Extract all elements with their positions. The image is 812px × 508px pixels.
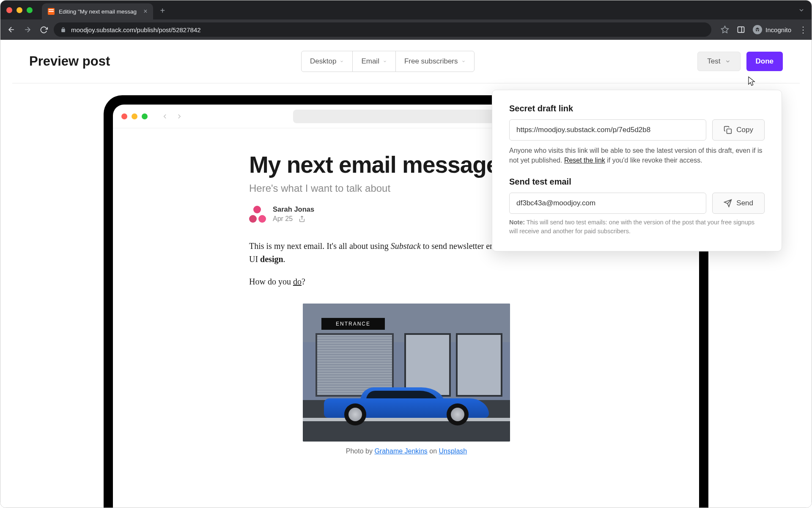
done-button-label: Done xyxy=(756,57,774,66)
url-text: moodjoy.substack.com/publish/post/528278… xyxy=(71,26,201,33)
bookmark-star-icon[interactable] xyxy=(721,25,729,34)
test-email-input[interactable] xyxy=(509,193,706,214)
article-paragraph-2: How do you do? xyxy=(249,275,564,288)
page-content: Preview post Desktop Email Free subscrib… xyxy=(0,40,812,508)
image-caption: Photo by Grahame Jenkins on Unsplash xyxy=(249,447,564,455)
popover-heading-2: Send test email xyxy=(509,177,765,187)
share-icon[interactable] xyxy=(299,215,305,222)
safari-close-dot xyxy=(121,113,127,119)
chevron-down-icon xyxy=(383,59,387,64)
seg-free-subscribers[interactable]: Free subscribers xyxy=(396,51,474,72)
safari-forward-icon xyxy=(176,113,183,120)
author-name: Sarah Jonas xyxy=(273,205,314,213)
mouse-cursor-icon xyxy=(748,76,756,87)
done-button[interactable]: Done xyxy=(746,52,783,71)
tabstrip-chevron-icon[interactable] xyxy=(798,7,805,14)
incognito-label: Incognito xyxy=(765,26,791,33)
safari-min-dot xyxy=(132,113,137,119)
reset-link[interactable]: Reset the link xyxy=(564,157,605,164)
popover-heading-1: Secret draft link xyxy=(509,104,765,113)
tab-title: Editing "My next email messag xyxy=(59,8,137,15)
url-field[interactable]: moodjoy.substack.com/publish/post/528278… xyxy=(54,22,711,37)
send-button[interactable]: Send xyxy=(712,193,765,214)
copy-button[interactable]: Copy xyxy=(712,119,765,141)
image-sign-text: ENTRANCE xyxy=(321,318,385,330)
seg-desktop-label: Desktop xyxy=(310,57,336,66)
safari-nav xyxy=(161,113,183,120)
addr-right: Incognito ⋮ xyxy=(721,25,807,35)
preview-segmented-control: Desktop Email Free subscribers xyxy=(301,51,475,72)
copy-icon xyxy=(724,126,732,134)
secret-link-help: Anyone who visits this link will be able… xyxy=(509,146,765,165)
browser-tab[interactable]: Editing "My next email messag × xyxy=(42,3,153,19)
caption-source-link[interactable]: Unsplash xyxy=(439,447,467,455)
secret-link-input[interactable] xyxy=(509,119,706,141)
window-min-dot[interactable] xyxy=(16,7,22,13)
nav-reload-button[interactable] xyxy=(38,24,49,36)
copy-button-label: Copy xyxy=(736,126,753,134)
safari-max-dot xyxy=(142,113,148,119)
new-tab-button[interactable]: + xyxy=(160,6,165,16)
tab-strip: Editing "My next email messag × + xyxy=(0,0,812,19)
page-title: Preview post xyxy=(29,54,110,69)
test-email-note: Note: This will send two test emails: on… xyxy=(509,218,765,236)
send-icon xyxy=(724,199,732,207)
nav-back-button[interactable] xyxy=(5,24,17,36)
nav-forward-button xyxy=(22,24,33,36)
incognito-icon xyxy=(753,25,762,34)
browser-menu-icon[interactable]: ⋮ xyxy=(799,25,807,35)
safari-traffic-lights xyxy=(121,113,148,119)
browser-window: Editing "My next email messag × + moodjo… xyxy=(0,0,812,508)
test-button-label: Test xyxy=(707,57,720,66)
svg-marker-2 xyxy=(721,26,729,33)
svg-rect-6 xyxy=(727,129,732,134)
send-button-label: Send xyxy=(736,199,753,207)
author-avatar-icon xyxy=(249,206,266,223)
seg-free-label: Free subscribers xyxy=(404,57,458,66)
address-bar: moodjoy.substack.com/publish/post/528278… xyxy=(0,19,812,40)
lock-icon xyxy=(60,27,66,33)
substack-favicon-icon xyxy=(48,8,55,15)
chevron-down-icon xyxy=(340,59,344,64)
window-max-dot[interactable] xyxy=(27,7,33,13)
seg-desktop[interactable]: Desktop xyxy=(302,51,353,72)
caption-author-link[interactable]: Grahame Jenkins xyxy=(374,447,427,455)
chevron-down-icon xyxy=(461,59,466,64)
window-traffic-lights xyxy=(6,7,33,13)
article-image: ENTRANCE xyxy=(303,304,510,442)
panel-icon[interactable] xyxy=(737,25,745,34)
test-popover: Secret draft link Copy Anyone who visits… xyxy=(492,90,782,251)
svg-rect-3 xyxy=(738,27,744,32)
article-date: Apr 25 xyxy=(273,215,293,223)
window-close-dot[interactable] xyxy=(6,7,12,13)
safari-back-icon xyxy=(161,113,169,120)
preview-topbar: Preview post Desktop Email Free subscrib… xyxy=(0,40,812,83)
test-button[interactable]: Test xyxy=(697,52,740,71)
chevron-down-icon xyxy=(725,58,731,64)
topbar-actions: Test Done xyxy=(697,52,783,71)
seg-email[interactable]: Email xyxy=(353,51,396,72)
tab-close-icon[interactable]: × xyxy=(143,8,147,15)
incognito-badge[interactable]: Incognito xyxy=(753,25,791,34)
seg-email-label: Email xyxy=(361,57,379,66)
